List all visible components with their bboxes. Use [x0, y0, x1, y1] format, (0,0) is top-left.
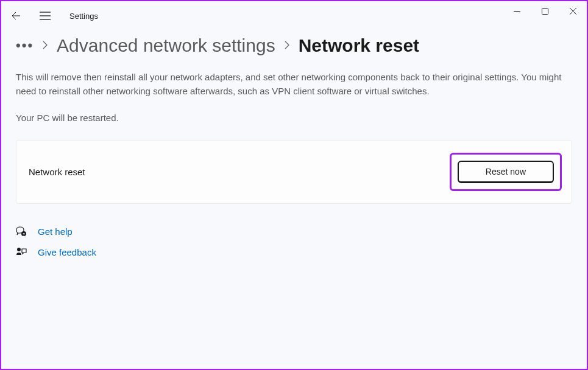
- back-arrow-icon: [11, 11, 21, 21]
- hamburger-icon: [40, 12, 51, 20]
- highlight-annotation: Reset now: [450, 153, 562, 191]
- setting-label: Network reset: [29, 167, 85, 177]
- help-links: ? Get help Give feedback: [16, 226, 572, 257]
- maximize-button[interactable]: [531, 1, 559, 21]
- svg-text:?: ?: [23, 232, 25, 236]
- svg-rect-4: [542, 8, 548, 14]
- content-area: ••• Advanced network settings Network re…: [1, 30, 587, 257]
- maximize-icon: [542, 8, 548, 15]
- back-button[interactable]: [6, 6, 26, 26]
- app-title: Settings: [69, 12, 98, 21]
- network-reset-card: Network reset Reset now: [16, 140, 572, 204]
- minimize-icon: [514, 8, 520, 15]
- window-controls: [503, 1, 587, 21]
- chevron-right-icon: [42, 41, 48, 51]
- page-description: This will remove then reinstall all your…: [16, 71, 564, 98]
- close-button[interactable]: [559, 1, 587, 21]
- chevron-right-icon: [284, 41, 290, 51]
- svg-point-9: [17, 248, 21, 251]
- feedback-link-label: Give feedback: [38, 247, 96, 257]
- breadcrumb-parent-link[interactable]: Advanced network settings: [57, 35, 275, 56]
- hamburger-menu-button[interactable]: [35, 6, 55, 26]
- breadcrumb: ••• Advanced network settings Network re…: [16, 35, 572, 56]
- close-icon: [570, 8, 576, 15]
- minimize-button[interactable]: [503, 1, 531, 21]
- titlebar-left: Settings: [6, 6, 98, 26]
- restart-note: Your PC will be restarted.: [16, 113, 572, 123]
- breadcrumb-overflow-button[interactable]: •••: [16, 38, 34, 54]
- help-link-label: Get help: [38, 226, 73, 237]
- get-help-link[interactable]: ? Get help: [16, 226, 572, 237]
- breadcrumb-current: Network reset: [299, 35, 419, 56]
- reset-now-button[interactable]: Reset now: [458, 161, 554, 183]
- help-icon: ?: [16, 226, 27, 237]
- titlebar: Settings: [1, 1, 587, 30]
- give-feedback-link[interactable]: Give feedback: [16, 246, 572, 257]
- feedback-icon: [16, 246, 27, 257]
